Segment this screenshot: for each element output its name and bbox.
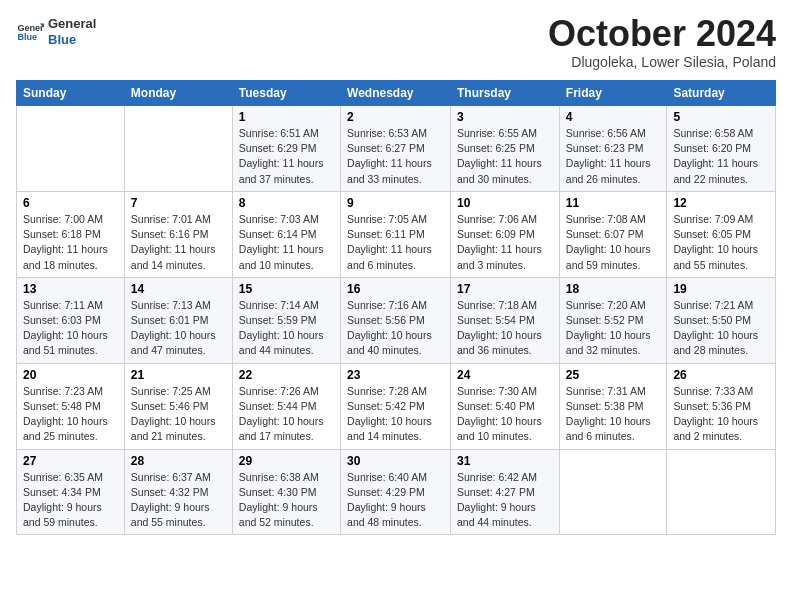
calendar-cell: 4Sunrise: 6:56 AM Sunset: 6:23 PM Daylig… bbox=[559, 106, 667, 192]
calendar-cell: 9Sunrise: 7:05 AM Sunset: 6:11 PM Daylig… bbox=[341, 191, 451, 277]
calendar-cell: 3Sunrise: 6:55 AM Sunset: 6:25 PM Daylig… bbox=[451, 106, 560, 192]
day-number: 29 bbox=[239, 454, 334, 468]
day-number: 1 bbox=[239, 110, 334, 124]
day-detail: Sunrise: 7:13 AM Sunset: 6:01 PM Dayligh… bbox=[131, 298, 226, 359]
weekday-header-row: SundayMondayTuesdayWednesdayThursdayFrid… bbox=[17, 81, 776, 106]
day-number: 22 bbox=[239, 368, 334, 382]
day-number: 7 bbox=[131, 196, 226, 210]
day-number: 2 bbox=[347, 110, 444, 124]
calendar-cell: 23Sunrise: 7:28 AM Sunset: 5:42 PM Dayli… bbox=[341, 363, 451, 449]
day-detail: Sunrise: 7:18 AM Sunset: 5:54 PM Dayligh… bbox=[457, 298, 553, 359]
weekday-header: Sunday bbox=[17, 81, 125, 106]
day-detail: Sunrise: 7:28 AM Sunset: 5:42 PM Dayligh… bbox=[347, 384, 444, 445]
day-detail: Sunrise: 6:42 AM Sunset: 4:27 PM Dayligh… bbox=[457, 470, 553, 531]
svg-text:Blue: Blue bbox=[17, 32, 37, 42]
calendar-cell: 5Sunrise: 6:58 AM Sunset: 6:20 PM Daylig… bbox=[667, 106, 776, 192]
day-number: 26 bbox=[673, 368, 769, 382]
logo: General Blue General Blue bbox=[16, 16, 96, 47]
calendar-cell bbox=[559, 449, 667, 535]
svg-text:General: General bbox=[17, 22, 44, 32]
day-detail: Sunrise: 6:40 AM Sunset: 4:29 PM Dayligh… bbox=[347, 470, 444, 531]
weekday-header: Saturday bbox=[667, 81, 776, 106]
day-number: 31 bbox=[457, 454, 553, 468]
day-number: 3 bbox=[457, 110, 553, 124]
day-detail: Sunrise: 6:56 AM Sunset: 6:23 PM Dayligh… bbox=[566, 126, 661, 187]
month-title: October 2024 bbox=[548, 16, 776, 52]
day-number: 5 bbox=[673, 110, 769, 124]
calendar-week-row: 1Sunrise: 6:51 AM Sunset: 6:29 PM Daylig… bbox=[17, 106, 776, 192]
calendar-cell: 30Sunrise: 6:40 AM Sunset: 4:29 PM Dayli… bbox=[341, 449, 451, 535]
day-number: 19 bbox=[673, 282, 769, 296]
weekday-header: Friday bbox=[559, 81, 667, 106]
day-number: 27 bbox=[23, 454, 118, 468]
calendar-cell: 10Sunrise: 7:06 AM Sunset: 6:09 PM Dayli… bbox=[451, 191, 560, 277]
weekday-header: Tuesday bbox=[232, 81, 340, 106]
calendar-cell: 15Sunrise: 7:14 AM Sunset: 5:59 PM Dayli… bbox=[232, 277, 340, 363]
day-detail: Sunrise: 7:16 AM Sunset: 5:56 PM Dayligh… bbox=[347, 298, 444, 359]
day-number: 25 bbox=[566, 368, 661, 382]
calendar-cell: 26Sunrise: 7:33 AM Sunset: 5:36 PM Dayli… bbox=[667, 363, 776, 449]
calendar-cell: 11Sunrise: 7:08 AM Sunset: 6:07 PM Dayli… bbox=[559, 191, 667, 277]
calendar-cell: 28Sunrise: 6:37 AM Sunset: 4:32 PM Dayli… bbox=[124, 449, 232, 535]
day-number: 4 bbox=[566, 110, 661, 124]
day-detail: Sunrise: 6:37 AM Sunset: 4:32 PM Dayligh… bbox=[131, 470, 226, 531]
logo-icon: General Blue bbox=[16, 18, 44, 46]
calendar-cell: 7Sunrise: 7:01 AM Sunset: 6:16 PM Daylig… bbox=[124, 191, 232, 277]
day-detail: Sunrise: 6:55 AM Sunset: 6:25 PM Dayligh… bbox=[457, 126, 553, 187]
day-detail: Sunrise: 7:25 AM Sunset: 5:46 PM Dayligh… bbox=[131, 384, 226, 445]
calendar-cell bbox=[667, 449, 776, 535]
calendar-cell: 29Sunrise: 6:38 AM Sunset: 4:30 PM Dayli… bbox=[232, 449, 340, 535]
day-number: 9 bbox=[347, 196, 444, 210]
day-detail: Sunrise: 7:26 AM Sunset: 5:44 PM Dayligh… bbox=[239, 384, 334, 445]
day-number: 18 bbox=[566, 282, 661, 296]
calendar-cell: 20Sunrise: 7:23 AM Sunset: 5:48 PM Dayli… bbox=[17, 363, 125, 449]
calendar-cell: 25Sunrise: 7:31 AM Sunset: 5:38 PM Dayli… bbox=[559, 363, 667, 449]
day-number: 17 bbox=[457, 282, 553, 296]
logo-text: General Blue bbox=[48, 16, 96, 47]
day-number: 23 bbox=[347, 368, 444, 382]
day-number: 10 bbox=[457, 196, 553, 210]
calendar-cell: 13Sunrise: 7:11 AM Sunset: 6:03 PM Dayli… bbox=[17, 277, 125, 363]
day-number: 15 bbox=[239, 282, 334, 296]
calendar-week-row: 6Sunrise: 7:00 AM Sunset: 6:18 PM Daylig… bbox=[17, 191, 776, 277]
day-detail: Sunrise: 7:09 AM Sunset: 6:05 PM Dayligh… bbox=[673, 212, 769, 273]
day-number: 13 bbox=[23, 282, 118, 296]
weekday-header: Thursday bbox=[451, 81, 560, 106]
day-number: 6 bbox=[23, 196, 118, 210]
day-detail: Sunrise: 7:11 AM Sunset: 6:03 PM Dayligh… bbox=[23, 298, 118, 359]
day-detail: Sunrise: 7:14 AM Sunset: 5:59 PM Dayligh… bbox=[239, 298, 334, 359]
calendar-table: SundayMondayTuesdayWednesdayThursdayFrid… bbox=[16, 80, 776, 535]
calendar-cell: 12Sunrise: 7:09 AM Sunset: 6:05 PM Dayli… bbox=[667, 191, 776, 277]
calendar-cell: 1Sunrise: 6:51 AM Sunset: 6:29 PM Daylig… bbox=[232, 106, 340, 192]
day-number: 20 bbox=[23, 368, 118, 382]
calendar-cell: 8Sunrise: 7:03 AM Sunset: 6:14 PM Daylig… bbox=[232, 191, 340, 277]
day-detail: Sunrise: 6:51 AM Sunset: 6:29 PM Dayligh… bbox=[239, 126, 334, 187]
calendar-cell: 18Sunrise: 7:20 AM Sunset: 5:52 PM Dayli… bbox=[559, 277, 667, 363]
logo-blue: Blue bbox=[48, 32, 96, 48]
day-detail: Sunrise: 6:38 AM Sunset: 4:30 PM Dayligh… bbox=[239, 470, 334, 531]
day-detail: Sunrise: 7:00 AM Sunset: 6:18 PM Dayligh… bbox=[23, 212, 118, 273]
calendar-week-row: 27Sunrise: 6:35 AM Sunset: 4:34 PM Dayli… bbox=[17, 449, 776, 535]
title-block: October 2024 Dlugoleka, Lower Silesia, P… bbox=[548, 16, 776, 70]
day-number: 28 bbox=[131, 454, 226, 468]
calendar-cell: 22Sunrise: 7:26 AM Sunset: 5:44 PM Dayli… bbox=[232, 363, 340, 449]
calendar-cell: 31Sunrise: 6:42 AM Sunset: 4:27 PM Dayli… bbox=[451, 449, 560, 535]
day-number: 24 bbox=[457, 368, 553, 382]
day-number: 14 bbox=[131, 282, 226, 296]
day-detail: Sunrise: 7:21 AM Sunset: 5:50 PM Dayligh… bbox=[673, 298, 769, 359]
calendar-cell: 6Sunrise: 7:00 AM Sunset: 6:18 PM Daylig… bbox=[17, 191, 125, 277]
day-detail: Sunrise: 7:20 AM Sunset: 5:52 PM Dayligh… bbox=[566, 298, 661, 359]
calendar-week-row: 20Sunrise: 7:23 AM Sunset: 5:48 PM Dayli… bbox=[17, 363, 776, 449]
day-detail: Sunrise: 7:08 AM Sunset: 6:07 PM Dayligh… bbox=[566, 212, 661, 273]
calendar-cell: 16Sunrise: 7:16 AM Sunset: 5:56 PM Dayli… bbox=[341, 277, 451, 363]
day-detail: Sunrise: 7:23 AM Sunset: 5:48 PM Dayligh… bbox=[23, 384, 118, 445]
day-number: 11 bbox=[566, 196, 661, 210]
day-detail: Sunrise: 7:31 AM Sunset: 5:38 PM Dayligh… bbox=[566, 384, 661, 445]
calendar-cell bbox=[124, 106, 232, 192]
calendar-cell: 27Sunrise: 6:35 AM Sunset: 4:34 PM Dayli… bbox=[17, 449, 125, 535]
calendar-cell: 21Sunrise: 7:25 AM Sunset: 5:46 PM Dayli… bbox=[124, 363, 232, 449]
calendar-cell: 17Sunrise: 7:18 AM Sunset: 5:54 PM Dayli… bbox=[451, 277, 560, 363]
day-detail: Sunrise: 6:53 AM Sunset: 6:27 PM Dayligh… bbox=[347, 126, 444, 187]
calendar-cell: 24Sunrise: 7:30 AM Sunset: 5:40 PM Dayli… bbox=[451, 363, 560, 449]
day-detail: Sunrise: 7:06 AM Sunset: 6:09 PM Dayligh… bbox=[457, 212, 553, 273]
